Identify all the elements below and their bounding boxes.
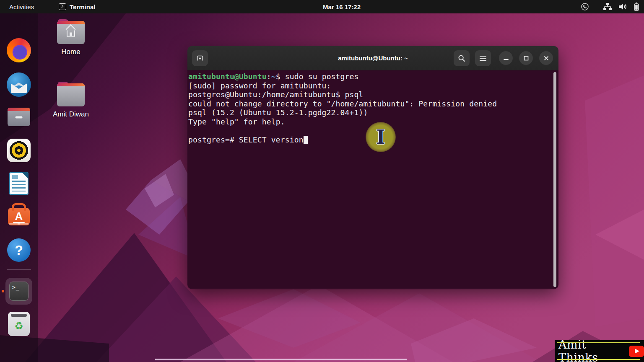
dock-item-software[interactable]: A [8,203,30,225]
terminal-line: [sudo] password for amitubuntu: [188,81,553,90]
terminal-body[interactable]: amitubuntu@Ubuntu:~$ sudo su postgres[su… [187,70,558,289]
dock-divider [7,269,31,270]
dock: A ? >_ ♻ [0,13,38,362]
battery-icon[interactable] [634,3,639,11]
terminal-line: amitubuntu@Ubuntu:~$ sudo su postgres [188,72,553,81]
search-button[interactable] [454,50,470,66]
watermark-text: Amit Thinks [558,338,626,362]
dock-item-terminal[interactable]: >_ [5,278,32,305]
dock-item-thunderbird[interactable] [7,72,31,97]
channel-watermark: Amit Thinks [555,340,644,362]
terminal-app-icon [59,3,66,10]
folder-icon [57,83,85,106]
desktop-icon-label: Home [61,48,80,56]
terminal-line: could not change directory to "/home/ami… [188,99,553,109]
desktop-icon-label: Amit Diwan [53,110,89,119]
terminal-window: amitubuntu@Ubuntu: ~ [187,46,558,289]
dock-item-rhythmbox[interactable] [7,139,31,162]
house-glyph [67,30,75,36]
home-folder-icon [57,21,85,44]
watermark-accent-line [557,359,640,360]
trash-icon: ♻ [8,312,30,336]
terminal-output: amitubuntu@Ubuntu:~$ sudo su postgres[su… [187,70,558,145]
libreoffice-writer-icon [9,172,29,195]
ubuntu-software-icon: A [8,208,30,225]
terminal-line: Type "help" for help. [188,117,553,127]
terminal-line [188,127,553,136]
dock-item-help[interactable]: ? [7,238,31,262]
watermark-accent-line [557,342,640,343]
help-icon: ? [7,238,31,262]
running-indicator-dot [2,290,4,292]
youtube-play-icon [629,346,644,357]
system-tray[interactable] [581,3,639,11]
close-icon [543,55,549,61]
terminal-line: psql (15.2 (Ubuntu 15.2-1.pgdg22.04+1)) [188,108,553,117]
menu-button[interactable] [475,50,491,66]
terminal-scrollbar[interactable] [553,72,556,287]
dock-item-writer[interactable] [9,172,29,195]
maximize-icon [523,55,529,61]
volume-icon[interactable] [618,3,628,10]
terminal-titlebar[interactable]: amitubuntu@Ubuntu: ~ [187,46,558,70]
phone-indicator-icon[interactable] [581,3,589,11]
terminal-block-cursor [304,136,308,144]
terminal-line: postgres=# SELECT version [188,135,553,145]
desktop-icon-home[interactable]: Home [48,21,94,56]
video-progress-line [155,359,407,360]
minimize-icon [503,55,509,61]
thunderbird-icon [7,72,31,97]
window-title: amitubuntu@Ubuntu: ~ [338,54,408,62]
files-icon [8,108,30,126]
dock-item-files[interactable] [8,105,30,126]
new-tab-icon [195,54,205,63]
firefox-icon [7,38,31,62]
focused-app-label: Terminal [70,3,95,10]
focused-app-menu[interactable]: Terminal [59,3,95,10]
dock-item-firefox[interactable] [7,38,31,62]
rhythmbox-icon [7,139,31,162]
maximize-button[interactable] [519,51,533,65]
minimize-button[interactable] [499,51,513,65]
terminal-icon: >_ [9,282,29,301]
search-icon [457,54,466,62]
terminal-line: postgres@Ubuntu:/home/amitubuntu$ psql [188,90,553,99]
network-icon[interactable] [603,3,612,10]
active-app-highlight: >_ [5,278,32,305]
activities-button[interactable]: Activities [9,3,34,10]
desktop-icon-amit-diwan[interactable]: Amit Diwan [48,83,94,119]
new-tab-button[interactable] [192,50,208,66]
desktop-screen: Activities Terminal Mar 16 17:22 [0,0,644,362]
close-button[interactable] [539,51,553,65]
dock-item-trash[interactable]: ♻ [8,312,30,336]
hamburger-icon [479,55,487,62]
clock[interactable]: Mar 16 17:22 [323,3,361,10]
top-bar: Activities Terminal Mar 16 17:22 [0,0,644,13]
